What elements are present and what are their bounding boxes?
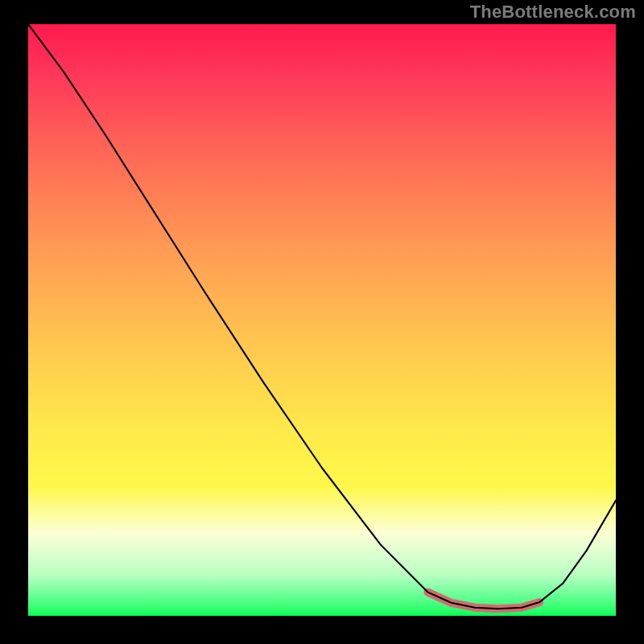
curve-svg [28, 24, 616, 616]
chart-outer: TheBottleneck.com [0, 0, 644, 644]
plot-area [28, 24, 616, 616]
watermark-text: TheBottleneck.com [470, 2, 636, 23]
main-curve [28, 24, 616, 609]
